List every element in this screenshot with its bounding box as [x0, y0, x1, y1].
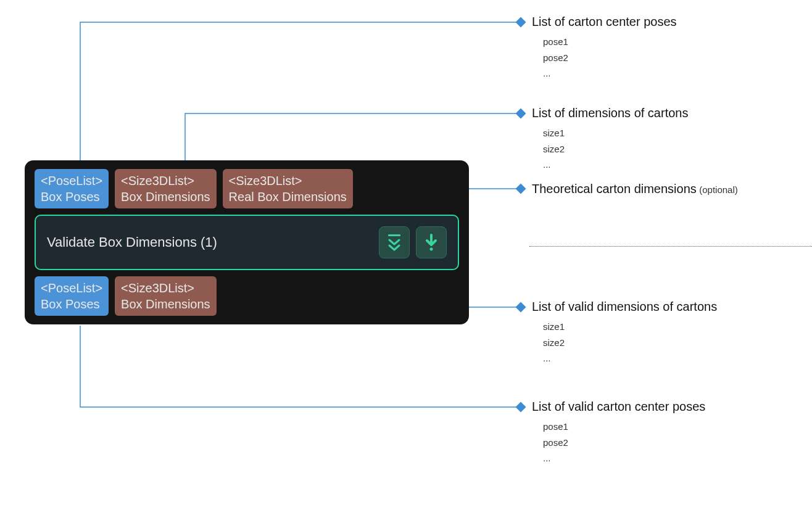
annotation-item: pose1: [543, 34, 677, 50]
svg-point-1: [430, 248, 433, 251]
port-label: Real Box Dimensions: [229, 189, 347, 205]
expand-button[interactable]: [379, 226, 410, 258]
annotation-title: List of valid carton center poses: [532, 400, 705, 414]
port-type: <Size3DList>: [121, 173, 210, 189]
port-label: Box Poses: [41, 296, 102, 312]
annotation-title: List of carton center poses: [532, 15, 677, 29]
input-port-real-box-dimensions[interactable]: <Size3DList> Real Box Dimensions: [223, 169, 353, 208]
annotation-optional: (optional): [699, 184, 738, 195]
input-port-box-poses[interactable]: <PoseList> Box Poses: [35, 169, 109, 208]
annotation-items: size1 size2 ...: [543, 125, 688, 173]
node-panel: <PoseList> Box Poses <Size3DList> Box Di…: [25, 160, 469, 324]
input-port-box-dimensions[interactable]: <Size3DList> Box Dimensions: [115, 169, 217, 208]
port-label: Box Dimensions: [121, 189, 210, 205]
node-actions: [379, 226, 447, 258]
annotation-input-real-dimensions: Theoretical carton dimensions (optional): [532, 182, 738, 196]
arrow-down-icon: [424, 233, 439, 252]
port-label: Box Dimensions: [121, 296, 210, 312]
port-type: <Size3DList>: [121, 280, 210, 296]
annotation-item: size1: [543, 319, 717, 335]
chevrons-down-icon: [386, 233, 403, 252]
annotation-title: List of dimensions of cartons: [532, 106, 688, 120]
bullet-diamond: [516, 17, 526, 28]
annotation-items: size1 size2 ...: [543, 319, 717, 366]
bullet-diamond: [516, 109, 526, 119]
output-port-box-dimensions[interactable]: <Size3DList> Box Dimensions: [115, 276, 217, 316]
annotation-item: pose2: [543, 435, 705, 451]
annotation-item: ...: [543, 450, 705, 466]
bullet-diamond: [516, 402, 526, 413]
diagram-canvas: <PoseList> Box Poses <Size3DList> Box Di…: [0, 0, 812, 523]
annotation-output-poses: List of valid carton center poses pose1 …: [532, 400, 705, 466]
output-port-box-poses[interactable]: <PoseList> Box Poses: [35, 276, 109, 316]
download-button[interactable]: [416, 226, 447, 258]
node-title: Validate Box Dimensions (1): [47, 234, 217, 250]
svg-rect-0: [388, 234, 400, 236]
annotation-input-dimensions: List of dimensions of cartons size1 size…: [532, 106, 688, 173]
annotation-item: size1: [543, 125, 688, 141]
annotation-title: List of valid dimensions of cartons: [532, 300, 717, 314]
annotation-item: size2: [543, 335, 717, 351]
bullet-diamond: [516, 184, 526, 194]
annotation-item: ...: [543, 350, 717, 366]
node-body[interactable]: Validate Box Dimensions (1): [35, 215, 459, 270]
port-label: Box Poses: [41, 189, 102, 205]
annotation-title: Theoretical carton dimensions: [532, 182, 697, 196]
annotation-item: ...: [543, 157, 688, 173]
annotation-output-dimensions: List of valid dimensions of cartons size…: [532, 300, 717, 366]
annotation-input-poses: List of carton center poses pose1 pose2 …: [532, 15, 677, 81]
input-port-row: <PoseList> Box Poses <Size3DList> Box Di…: [35, 169, 459, 208]
annotation-item: ...: [543, 65, 677, 81]
bullet-diamond: [516, 302, 526, 313]
annotation-item: pose2: [543, 50, 677, 66]
annotation-item: size2: [543, 141, 688, 157]
output-port-row: <PoseList> Box Poses <Size3DList> Box Di…: [35, 276, 459, 316]
port-type: <PoseList>: [41, 173, 102, 189]
port-type: <PoseList>: [41, 280, 102, 296]
port-type: <Size3DList>: [229, 173, 347, 189]
annotation-items: pose1 pose2 ...: [543, 419, 705, 466]
divider: [529, 246, 812, 247]
annotation-item: pose1: [543, 419, 705, 435]
annotation-items: pose1 pose2 ...: [543, 34, 677, 81]
